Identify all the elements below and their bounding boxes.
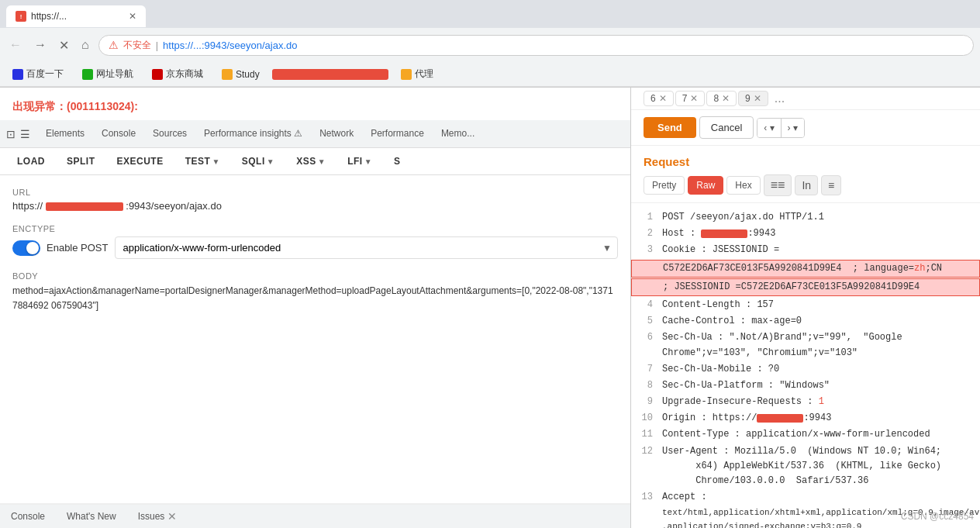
format-raw[interactable]: Raw	[688, 176, 723, 195]
issues-label: Issues	[138, 511, 165, 522]
request-tab-9[interactable]: 9 ✕	[738, 91, 768, 106]
main-area: 出现异常：(0011113024): ⊡ ☰ Elements Console …	[0, 88, 980, 528]
browser-tab[interactable]: ! https://... ✕	[6, 5, 146, 27]
tab-7-close[interactable]: ✕	[690, 93, 698, 104]
forward-button[interactable]: →	[31, 35, 50, 55]
send-button[interactable]: Send	[644, 117, 696, 138]
format-icon-menu[interactable]: ≡	[821, 175, 841, 195]
bookmark-dali[interactable]: 代理	[395, 66, 440, 82]
next-arrow[interactable]: › ▾	[781, 119, 804, 137]
tab-close-btn[interactable]: ✕	[129, 11, 136, 22]
console-label: Console	[11, 511, 45, 522]
sqli-button[interactable]: SQLI ▼	[234, 153, 282, 170]
enable-post-toggle[interactable]	[12, 240, 40, 256]
tab-elements[interactable]: Elements	[38, 123, 92, 145]
bookmark-baidu[interactable]: 百度一下	[6, 66, 70, 82]
watermark: CSDN @ccz4854	[901, 511, 974, 522]
origin-redacted	[757, 414, 803, 423]
xss-dropdown-arrow: ▼	[318, 157, 326, 166]
tab-8-close[interactable]: ✕	[722, 93, 730, 104]
request-tab-8[interactable]: 8 ✕	[706, 91, 737, 106]
enctype-label: enctype	[12, 224, 618, 233]
warning-icon: ⚠	[109, 39, 119, 51]
load-button[interactable]: LOAD	[9, 153, 53, 170]
tab-network[interactable]: Network	[312, 123, 361, 145]
reload-button[interactable]: ✕	[56, 35, 72, 56]
http-line-8: 8 Sec-Ch-Ua-Platform : "Windows"	[631, 378, 980, 394]
tab-favicon: !	[16, 11, 26, 22]
whats-new-label: What's New	[67, 511, 116, 522]
select-dropdown-icon: ▼	[602, 243, 612, 254]
bookmark-wangzhi[interactable]: 网址导航	[76, 66, 140, 82]
url-suffix: :9943/seeyon/ajax.do	[126, 200, 222, 212]
tab-performance[interactable]: Performance	[363, 123, 432, 145]
request-title: Request	[644, 155, 968, 168]
body-text: method=ajaxAction&managerName=portalDesi…	[12, 284, 618, 313]
bookmark-jd[interactable]: 京东商城	[146, 66, 209, 82]
tab-console[interactable]: Console	[94, 123, 143, 145]
separator: |	[156, 40, 158, 51]
tab-sources[interactable]: Sources	[145, 123, 195, 145]
status-bar: Console What's New Issues ✕	[0, 503, 630, 528]
format-icon-in[interactable]: In	[795, 175, 818, 195]
http-line-7: 7 Sec-Ch-Ua-Mobile : ?0	[631, 361, 980, 378]
cancel-button[interactable]: Cancel	[699, 116, 754, 139]
status-console[interactable]: Console	[6, 508, 50, 525]
nav-arrows: ‹ ▾ › ▾	[757, 118, 805, 138]
browser-chrome: ! https://... ✕ ← → ✕ ⌂ ⚠ 不安全 | https://…	[0, 0, 980, 88]
tab-6-close[interactable]: ✕	[659, 93, 667, 104]
address-input-wrap[interactable]: ⚠ 不安全 | https://...:9943/seeyon/ajax.do	[98, 35, 974, 56]
prev-arrow[interactable]: ‹ ▾	[757, 119, 780, 137]
split-button[interactable]: SPLIT	[59, 153, 103, 170]
devtools-dock-icon[interactable]: ⊡	[6, 128, 16, 140]
enctype-select[interactable]: application/x-www-form-urlencoded	[115, 236, 619, 259]
bookmark-icon-baidu	[12, 69, 23, 80]
http-content: 1 POST /seeyon/ajax.do HTTP/1.1 2 Host :…	[631, 203, 980, 528]
lfi-button[interactable]: LFI ▼	[340, 153, 380, 170]
home-button[interactable]: ⌂	[78, 35, 92, 55]
bookmark-study[interactable]: Study	[216, 67, 266, 81]
back-button[interactable]: ←	[6, 35, 25, 55]
host-redacted	[701, 229, 747, 238]
xss-button[interactable]: XSS ▼	[288, 153, 333, 170]
bookmark-label-baidu: 百度一下	[26, 67, 64, 81]
http-line-cookie1: C572E2D6AF73CE013F5A9920841D99E4 ; langu…	[631, 260, 980, 278]
s-button[interactable]: S	[386, 153, 409, 170]
format-icon-stream[interactable]: ≡≡	[764, 174, 792, 196]
enctype-section: enctype Enable POST application/x-www-fo…	[0, 218, 630, 265]
http-line-1: 1 POST /seeyon/ajax.do HTTP/1.1	[631, 209, 980, 226]
status-issues[interactable]: Issues ✕	[133, 507, 182, 526]
bookmark-label-study: Study	[236, 69, 260, 80]
bookmark-label-jd: 京东商城	[166, 67, 203, 81]
format-buttons: Pretty Raw Hex ≡≡ In ≡	[644, 174, 968, 196]
issues-close-btn[interactable]: ✕	[167, 510, 177, 523]
tab-label: https://...	[31, 11, 67, 22]
devtools-inspect-icon[interactable]: ☰	[20, 128, 30, 140]
error-message: 出现异常：(0011113024):	[0, 88, 630, 120]
bookmark-icon-study	[222, 69, 233, 80]
tab-memory[interactable]: Memo...	[433, 123, 482, 145]
url-section: URL https:// :9943/seeyon/ajax.do	[0, 175, 630, 218]
request-tab-7[interactable]: 7 ✕	[675, 91, 706, 106]
http-line-12: 12 User-Agent : Mozilla/5.0 (Windows NT …	[631, 443, 980, 490]
format-pretty[interactable]: Pretty	[644, 176, 685, 195]
test-button[interactable]: TEST ▼	[178, 153, 228, 170]
left-panel: 出现异常：(0011113024): ⊡ ☰ Elements Console …	[0, 88, 631, 528]
tab-performance-insights[interactable]: Performance insights ⚠	[196, 123, 310, 145]
tab-9-close[interactable]: ✕	[754, 93, 761, 104]
execute-button[interactable]: EXECUTE	[109, 153, 171, 170]
toggle-knob	[26, 242, 39, 254]
url-label: URL	[12, 188, 618, 197]
status-whats-new[interactable]: What's New	[62, 508, 121, 525]
http-line-3: 3 Cookie : JSESSIONID =	[631, 242, 980, 258]
body-section: Body method=ajaxAction&managerName=porta…	[0, 265, 630, 326]
http-line-9: 9 Upgrade-Insecure-Requests : 1	[631, 394, 980, 410]
tab-more-dots[interactable]: ...	[770, 91, 789, 105]
format-hex[interactable]: Hex	[726, 176, 760, 195]
request-tab-6[interactable]: 6 ✕	[644, 91, 674, 106]
tab-bar: ! https://... ✕	[0, 0, 980, 28]
performance-insights-icon: ⚠	[294, 128, 302, 139]
bookmark-icon-dali	[401, 69, 412, 80]
bookmark-icon-jd	[152, 69, 163, 80]
enable-post-label: Enable POST	[47, 242, 109, 254]
